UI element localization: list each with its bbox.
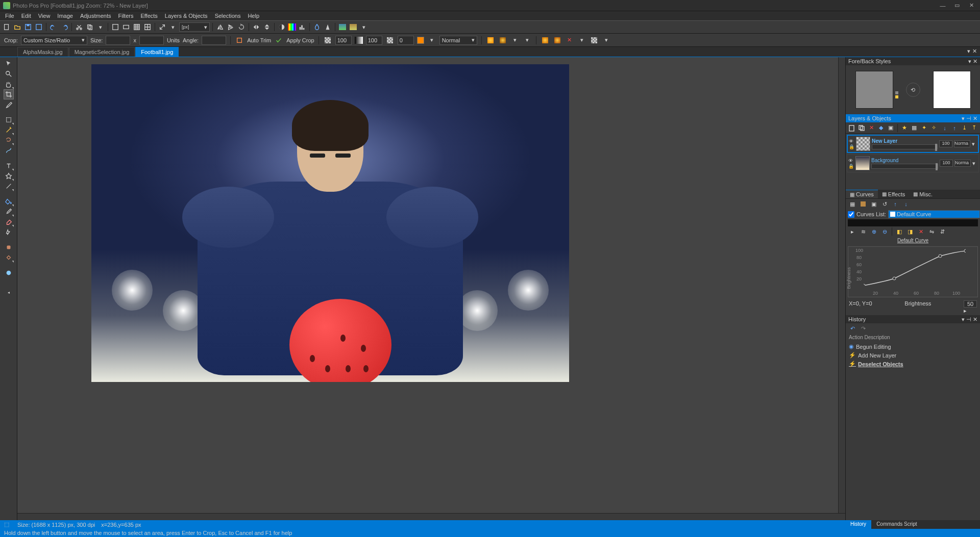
move-top-icon[interactable]: ⤒	[970, 123, 978, 133]
panel-menu-icon[interactable]: ▾	[962, 316, 965, 322]
mirror-h-icon[interactable]	[252, 22, 261, 32]
delete-icon[interactable]: ✕	[565, 36, 574, 45]
add-point-icon[interactable]: ⊕	[869, 227, 878, 236]
drop-icon[interactable]	[312, 22, 322, 32]
document-tab[interactable]: AlphaMasks.jpg	[17, 47, 68, 57]
opacity-value[interactable]: 100	[940, 160, 953, 167]
menu-layersobjects[interactable]: Layers & Objects	[162, 12, 211, 20]
path-tool-icon[interactable]	[4, 146, 13, 155]
shape-tool-icon[interactable]	[4, 171, 13, 181]
close-button[interactable]: ✕	[966, 2, 977, 9]
eye-icon[interactable]: 👁	[849, 139, 854, 144]
menu-selections[interactable]: Selections	[212, 12, 244, 20]
fx2-icon[interactable]	[498, 36, 507, 45]
curve-delete-icon[interactable]: ✕	[916, 227, 925, 236]
fx3-layer-icon[interactable]: ✧	[929, 123, 938, 133]
opacity-slider[interactable]	[871, 164, 938, 169]
redo-icon[interactable]	[60, 22, 69, 32]
new-layer-icon[interactable]	[848, 123, 856, 133]
text-tool-icon[interactable]	[4, 161, 13, 170]
heal-tool-icon[interactable]	[4, 243, 13, 252]
layer-menu-icon[interactable]: ▾	[972, 141, 977, 147]
blend-mode-combo[interactable]: Normal▾	[439, 36, 477, 45]
move-down-icon[interactable]: ↓	[941, 123, 949, 133]
curve-reset-icon[interactable]: ↺	[880, 199, 889, 209]
grid2-icon[interactable]	[143, 22, 152, 32]
opacity1-field[interactable]: 100	[335, 36, 352, 45]
image2-icon[interactable]	[349, 22, 358, 32]
copy-icon[interactable]	[85, 22, 94, 32]
layer-thumbnail[interactable]	[855, 156, 870, 170]
lasso-tool-icon[interactable]	[4, 136, 13, 145]
fx-layer-icon[interactable]: ★	[900, 123, 909, 133]
flatten-icon[interactable]: ▣	[887, 123, 895, 133]
minimize-button[interactable]: —	[937, 2, 948, 9]
levels-icon[interactable]	[298, 22, 307, 32]
fx3-icon[interactable]	[541, 36, 550, 45]
crop-mode-combo[interactable]: Custom Size/Ratio▾	[21, 36, 87, 45]
blend-mode[interactable]: Norma	[954, 160, 971, 167]
document-tab[interactable]: Football1.jpg	[135, 47, 179, 57]
width-field[interactable]	[106, 36, 130, 45]
curve-new-icon[interactable]: ▦	[848, 199, 857, 209]
lock-icon[interactable]: 🔒	[849, 144, 854, 149]
delete-layer-icon[interactable]: ✕	[867, 123, 875, 133]
mini-swatch[interactable]	[895, 91, 898, 94]
history-item[interactable]: ◉Begun Editing	[847, 342, 979, 351]
grid-icon[interactable]	[132, 22, 141, 32]
checker-icon[interactable]	[385, 36, 395, 45]
curve-save-icon[interactable]	[859, 199, 868, 209]
panel-close-icon[interactable]: ✕	[973, 316, 977, 322]
fx2-layer-icon[interactable]: ✦	[920, 123, 928, 133]
menu-edit[interactable]: Edit	[18, 12, 34, 20]
move-tool-icon[interactable]	[4, 59, 13, 68]
menu-help[interactable]: Help	[244, 12, 262, 20]
opacity-value[interactable]: 100	[939, 140, 952, 147]
line-tool-icon[interactable]	[4, 182, 13, 191]
effects-tab[interactable]: ▦ Effects	[878, 190, 909, 198]
paste-icon[interactable]: ▾	[96, 22, 105, 32]
fx1-icon[interactable]	[486, 36, 495, 45]
save-icon[interactable]	[23, 22, 33, 32]
mini-swatch[interactable]	[895, 95, 898, 98]
save-as-icon[interactable]	[34, 22, 43, 32]
smudge-tool-icon[interactable]	[4, 268, 13, 277]
history-item[interactable]: ⚡Add New Layer	[847, 351, 979, 360]
hue-icon[interactable]	[288, 23, 296, 31]
menu-image[interactable]: Image	[54, 12, 76, 20]
lock-icon[interactable]: 🔒	[848, 164, 854, 169]
color-dropdown[interactable]: ▾	[427, 36, 436, 45]
image3-icon[interactable]: ▾	[359, 22, 369, 32]
curves-tab[interactable]: ▦ Curves	[846, 190, 878, 198]
remove-point-icon[interactable]: ⊖	[880, 227, 889, 236]
background-swatch[interactable]	[933, 71, 971, 109]
resize-icon[interactable]	[158, 22, 167, 32]
merge-icon[interactable]: ◆	[877, 123, 885, 133]
move-up-icon[interactable]: ↑	[950, 123, 959, 133]
cut-icon[interactable]	[75, 22, 84, 32]
foreground-swatch[interactable]	[855, 71, 893, 109]
history-bottom-tab[interactable]: History	[845, 520, 871, 529]
canvas-icon[interactable]: ▾	[168, 22, 178, 32]
horizontal-scrollbar[interactable]	[17, 513, 845, 520]
panel-pin-icon[interactable]: ⊣	[966, 316, 971, 322]
panel-menu-icon[interactable]: ▾	[962, 115, 965, 121]
color-swatch[interactable]	[417, 37, 424, 44]
fit-icon[interactable]	[111, 22, 120, 32]
brush-tool-icon[interactable]	[4, 207, 13, 216]
zoom-tool-icon[interactable]	[4, 69, 13, 79]
contrast-icon[interactable]	[277, 22, 286, 32]
crop-tool-icon[interactable]	[4, 90, 13, 99]
layer-menu-icon[interactable]: ▾	[972, 160, 977, 167]
checker2-icon[interactable]	[590, 36, 599, 45]
curve-copy-icon[interactable]: ▣	[869, 199, 878, 209]
wand-tool-icon[interactable]	[4, 125, 13, 135]
menu-adjustments[interactable]: Adjustments	[77, 12, 114, 20]
menu-view[interactable]: View	[35, 12, 54, 20]
tab-menu-icon[interactable]: ▾	[967, 48, 970, 55]
image1-icon[interactable]	[338, 22, 347, 32]
menu-filters[interactable]: Filters	[115, 12, 136, 20]
new-file-icon[interactable]	[2, 22, 11, 32]
layer-thumbnail[interactable]	[856, 137, 870, 151]
collapse-icon[interactable]: ◂	[4, 288, 13, 297]
